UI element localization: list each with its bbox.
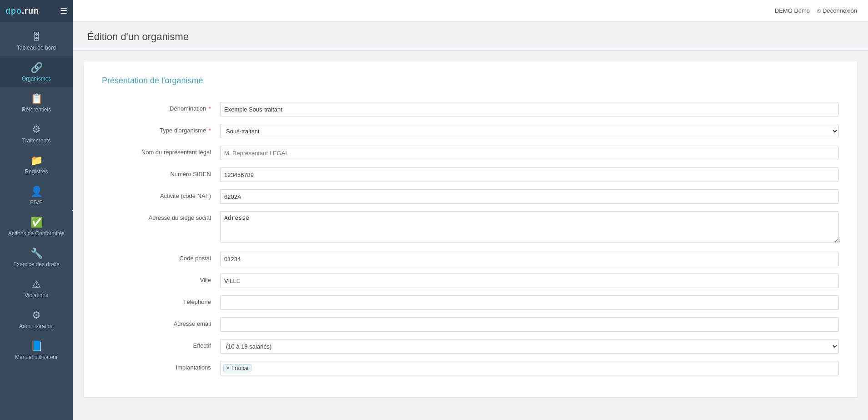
sidebar-item-label: Actions de Conformités: [8, 230, 65, 237]
naf-row: Activité (code NAF): [102, 189, 839, 204]
type-organisme-field: Sous-traitant Responsable de traitement …: [220, 124, 839, 138]
code-postal-label: Code postal: [102, 252, 220, 262]
adresse-field: Adresse: [220, 211, 839, 244]
sidebar-item-traitements[interactable]: ⚙ Traitements: [0, 118, 73, 149]
implantations-tag-france: × France: [223, 364, 251, 372]
telephone-label: Téléphone: [102, 295, 220, 305]
naf-field: [220, 189, 839, 204]
required-marker: *: [209, 127, 211, 134]
required-marker: *: [209, 105, 211, 112]
adresse-row: Adresse du siège social Adresse: [102, 211, 839, 244]
registres-icon: 📁: [30, 155, 43, 167]
naf-input[interactable]: [220, 189, 839, 204]
sidebar-item-label: Violations: [25, 292, 48, 299]
sidebar-item-label: Organismes: [22, 76, 51, 82]
code-postal-input[interactable]: [220, 252, 839, 266]
type-organisme-label: Type d'organisme *: [102, 124, 220, 134]
traitements-icon: ⚙: [32, 124, 41, 136]
ville-input[interactable]: [220, 273, 839, 288]
sidebar-item-manuel-utilisateur[interactable]: 📘 Manuel utilisateur: [0, 335, 73, 366]
sidebar-item-referentiels[interactable]: 📋 Référentiels: [0, 87, 73, 118]
logo: dpo.run: [5, 6, 39, 16]
representant-label: Nom du représentant légal: [102, 146, 220, 156]
sidebar-item-exercice-droits[interactable]: 🔧 Exercice des droits: [0, 242, 73, 273]
sidebar-item-label: Référentiels: [22, 106, 51, 113]
referentiels-icon: 📋: [30, 93, 43, 105]
implantations-tag-field[interactable]: × France: [220, 361, 839, 375]
manuel-icon: 📘: [30, 340, 43, 352]
denomination-input[interactable]: [220, 102, 839, 116]
administration-icon: ⚙: [32, 309, 41, 321]
sidebar-item-label: Traitements: [22, 137, 51, 144]
effectif-select[interactable]: (10 à 19 salariés) Moins de 10 salariés …: [220, 339, 839, 354]
email-row: Adresse email: [102, 317, 839, 332]
siren-row: Numéro SIREN: [102, 167, 839, 182]
implantations-field: × France: [220, 361, 839, 375]
siren-label: Numéro SIREN: [102, 167, 220, 177]
page-header: Édition d'un organisme: [73, 22, 868, 51]
type-organisme-select[interactable]: Sous-traitant Responsable de traitement …: [220, 124, 839, 138]
representant-field: [220, 146, 839, 160]
sidebar-item-registres[interactable]: 📁 Registres: [0, 149, 73, 180]
form-container: Présentation de l'organisme Dénomination…: [84, 61, 857, 397]
implantations-row: Implantations × France: [102, 361, 839, 375]
droits-icon: 🔧: [30, 248, 43, 259]
type-organisme-row: Type d'organisme * Sous-traitant Respons…: [102, 124, 839, 138]
siren-field: [220, 167, 839, 182]
adresse-label: Adresse du siège social: [102, 211, 220, 221]
sidebar-item-actions-conformites[interactable]: ✅ Actions de Conformités: [0, 211, 73, 242]
telephone-input[interactable]: [220, 295, 839, 310]
sidebar-item-eivp[interactable]: 👤 EIVP: [0, 180, 73, 211]
sidebar-item-label: Registres: [25, 168, 48, 175]
email-field: [220, 317, 839, 332]
sidebar-item-label: Exercice des droits: [13, 261, 59, 268]
violations-icon: ⚠: [32, 278, 41, 290]
naf-label: Activité (code NAF): [102, 189, 220, 199]
page-title: Édition d'un organisme: [87, 31, 853, 43]
effectif-row: Effectif (10 à 19 salariés) Moins de 10 …: [102, 339, 839, 354]
organismes-icon: 🔗: [30, 62, 43, 74]
sidebar: dpo.run ☰ 🎛 Tableau de bord 🔗 Organismes…: [0, 0, 73, 420]
code-postal-row: Code postal: [102, 252, 839, 266]
sidebar-collapse-button[interactable]: ◀: [70, 201, 73, 219]
sidebar-logo: dpo.run ☰: [0, 0, 73, 22]
section-title: Présentation de l'organisme: [102, 76, 839, 89]
code-postal-field: [220, 252, 839, 266]
tag-remove-france[interactable]: ×: [226, 365, 230, 371]
sidebar-item-organismes[interactable]: 🔗 Organismes: [0, 56, 73, 87]
telephone-row: Téléphone: [102, 295, 839, 310]
ville-row: Ville: [102, 273, 839, 288]
telephone-field: [220, 295, 839, 310]
topbar-user: DEMO Démo ⎋ Déconnexion: [775, 7, 857, 14]
sidebar-item-administration[interactable]: ⚙ Administration: [0, 304, 73, 335]
ville-field: [220, 273, 839, 288]
ville-label: Ville: [102, 273, 220, 283]
sidebar-item-tableau-de-bord[interactable]: 🎛 Tableau de bord: [0, 25, 73, 56]
eivp-icon: 👤: [30, 186, 43, 197]
sidebar-item-label: Manuel utilisateur: [15, 354, 58, 360]
sidebar-item-label: EIVP: [30, 199, 42, 206]
siren-input[interactable]: [220, 167, 839, 182]
denomination-label: Dénomination *: [102, 102, 220, 112]
effectif-label: Effectif: [102, 339, 220, 349]
hamburger-icon[interactable]: ☰: [60, 6, 67, 16]
logout-label: Déconnexion: [823, 7, 857, 14]
implantations-label: Implantations: [102, 361, 220, 371]
topbar: DEMO Démo ⎋ Déconnexion: [73, 0, 868, 22]
logout-icon: ⎋: [817, 7, 821, 14]
effectif-field: (10 à 19 salariés) Moins de 10 salariés …: [220, 339, 839, 354]
logout-button[interactable]: ⎋ Déconnexion: [817, 7, 857, 14]
email-input[interactable]: [220, 317, 839, 332]
tag-label: France: [231, 365, 248, 371]
conformites-icon: ✅: [30, 217, 43, 228]
dashboard-icon: 🎛: [31, 31, 41, 43]
email-label: Adresse email: [102, 317, 220, 327]
main-content: DEMO Démo ⎋ Déconnexion Édition d'un org…: [73, 0, 868, 420]
adresse-textarea[interactable]: Adresse: [220, 211, 839, 243]
content-area: Édition d'un organisme Présentation de l…: [73, 22, 868, 420]
representant-row: Nom du représentant légal: [102, 146, 839, 160]
representant-input[interactable]: [220, 146, 839, 160]
sidebar-item-violations[interactable]: ⚠ Violations: [0, 273, 73, 304]
sidebar-item-label: Tableau de bord: [17, 45, 56, 51]
user-name: DEMO Démo: [775, 7, 810, 14]
